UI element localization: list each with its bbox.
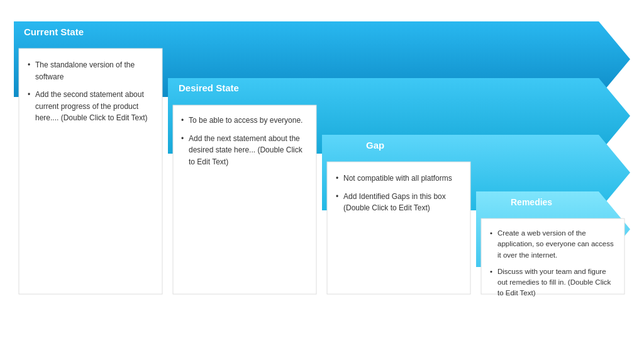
band-3-body: • Create a web version of the applicatio… <box>484 223 622 304</box>
band-0-item-0: • The standalone version of the software <box>28 59 153 82</box>
band-1-body: • To be able to access by everyone. • Ad… <box>175 108 313 174</box>
band-3-title: Remedies <box>511 197 552 207</box>
band-0-body: • The standalone version of the software… <box>21 53 160 130</box>
band-1-item-0: • To be able to access by everyone. <box>181 115 307 127</box>
band-2-item-0: • Not compatible with all platforms <box>336 173 462 185</box>
band-2-body: • Not compatible with all platforms • Ad… <box>330 166 468 220</box>
band-3-item-1: • Discuss with your team and figure out … <box>490 266 616 299</box>
band-1-item-1: • Add the next statement about the desir… <box>181 133 307 168</box>
band-0-item-1: • Add the second statement about current… <box>28 89 153 124</box>
band-0-title: Current State <box>24 26 84 37</box>
diagram-container: Current State • The standalone version o… <box>14 21 630 343</box>
band-2-title: Gap <box>366 140 384 151</box>
band-3-item-0: • Create a web version of the applicatio… <box>490 228 616 261</box>
band-2-item-1: • Add Identified Gaps in this box (Doubl… <box>336 191 462 214</box>
band-1-title: Desired State <box>179 82 239 93</box>
